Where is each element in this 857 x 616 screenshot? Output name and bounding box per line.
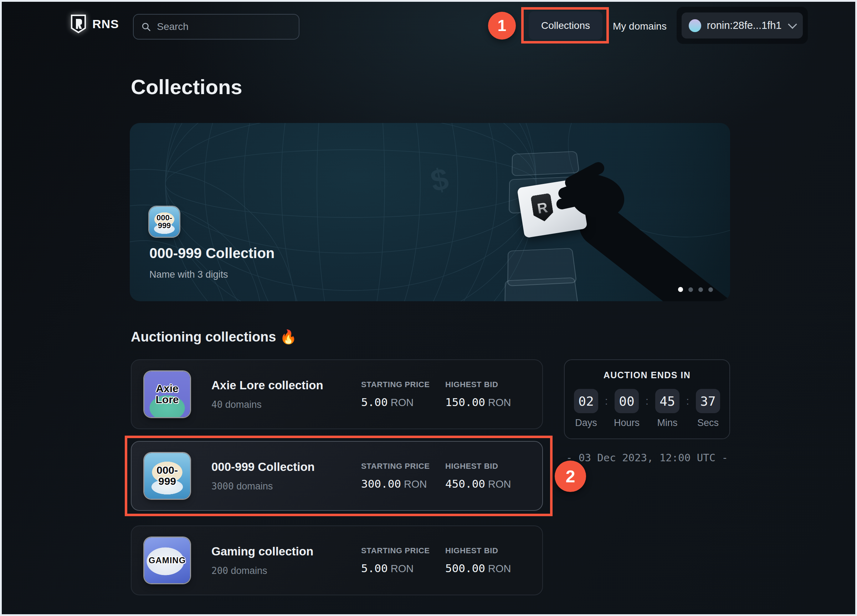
ronin-logo-icon (70, 15, 87, 33)
timer-separator: : (598, 389, 614, 413)
hero-banner[interactable]: $ R 000- 999 000-999 Collection Name wit… (130, 123, 730, 301)
icon-text: 999 (158, 222, 171, 229)
starting-price-column: STARTING PRICE 5.00 RON (361, 546, 445, 575)
countdown-hours-value: 00 (614, 389, 639, 413)
nav-collections-label: Collections (541, 20, 590, 31)
countdown-timer: 02 Days : 00 Hours : 45 Mins : 37 Secs (574, 389, 720, 429)
countdown-mins: 45 Mins (655, 389, 679, 429)
collection-000-999-icon: 000- 999 (144, 453, 190, 499)
annotation-step-2-number: 2 (566, 467, 575, 486)
nav-collections-button[interactable]: Collections (529, 11, 602, 40)
price-currency: RON (485, 563, 511, 574)
countdown-days: 02 Days (574, 389, 598, 429)
annotation-step-1: 1 (488, 12, 516, 40)
price-amount: 500.00 (445, 562, 485, 575)
starting-price-column: STARTING PRICE 300.00 RON (361, 462, 445, 490)
domains-suffix: domains (234, 481, 273, 492)
section-title-text: Auctioning collections (131, 330, 276, 344)
price-currency: RON (401, 478, 427, 490)
hero-meta: 000- 999 000-999 Collection Name with 3 … (149, 207, 274, 280)
highest-bid-column: HIGHEST BID 150.00 RON (445, 380, 529, 409)
collection-card-000-999[interactable]: 000- 999 000-999 Collection 3000 domains… (131, 441, 543, 511)
starting-price-value: 5.00 RON (361, 396, 445, 409)
auction-panel-title: AUCTION ENDS IN (603, 370, 691, 380)
carousel-dot-3[interactable] (698, 287, 703, 292)
gaming-collection-icon: GAMING (144, 537, 190, 583)
app-window: RNS Collections My domains ronin:28fe...… (0, 0, 857, 616)
section-title: Auctioning collections 🔥 (131, 329, 297, 345)
nav-my-domains-label: My domains (613, 21, 667, 32)
domains-count: 200 (211, 565, 228, 576)
icon-text: 999 (158, 476, 176, 487)
highest-bid-column: HIGHEST BID 450.00 RON (445, 462, 529, 490)
collection-name: 000-999 Collection (211, 460, 361, 474)
collection-000-999-icon: 000- 999 (149, 207, 179, 237)
price-currency: RON (485, 478, 511, 490)
card-info: 000-999 Collection 3000 domains (211, 460, 361, 492)
icon-text: GAMING (149, 556, 186, 565)
search-icon (142, 22, 150, 32)
collection-name: Axie Lore collection (211, 379, 361, 392)
highest-bid-column: HIGHEST BID 500.00 RON (445, 546, 529, 575)
countdown-mins-value: 45 (655, 389, 679, 413)
price-amount: 150.00 (445, 396, 485, 409)
icon-text: Axie (156, 383, 178, 394)
wallet-chip[interactable]: ronin:28fe...1fh1 (682, 12, 803, 39)
price-amount: 5.00 (361, 396, 388, 409)
collection-card-gaming[interactable]: GAMING Gaming collection 200 domains STA… (131, 525, 543, 595)
price-currency: RON (485, 397, 511, 408)
price-currency: RON (388, 563, 414, 574)
highest-bid-value: 500.00 RON (445, 562, 529, 575)
fire-emoji-icon: 🔥 (280, 330, 297, 344)
starting-price-value: 5.00 RON (361, 562, 445, 575)
highest-bid-label: HIGHEST BID (445, 462, 529, 471)
ghost-card-decoration (512, 151, 579, 176)
countdown-secs: 37 Secs (696, 389, 720, 429)
collection-domains: 3000 domains (211, 481, 361, 492)
highest-bid-label: HIGHEST BID (445, 546, 529, 556)
countdown-days-value: 02 (574, 389, 598, 413)
starting-price-label: STARTING PRICE (361, 380, 445, 389)
ghost-card-decoration (504, 277, 579, 301)
price-amount: 5.00 (361, 562, 388, 575)
price-currency: RON (388, 397, 414, 408)
domains-count: 3000 (211, 481, 234, 492)
auction-countdown-panel: AUCTION ENDS IN 02 Days : 00 Hours : 45 … (564, 359, 730, 439)
carousel-dot-4[interactable] (708, 287, 713, 292)
timer-separator: : (639, 389, 655, 413)
collection-name: Gaming collection (211, 545, 361, 558)
highest-bid-label: HIGHEST BID (445, 380, 529, 389)
hero-collection-title: 000-999 Collection (149, 245, 274, 261)
search-input[interactable] (156, 21, 291, 33)
countdown-secs-value: 37 (696, 389, 720, 413)
carousel-dot-2[interactable] (688, 287, 693, 292)
axie-lore-collection-icon: Axie Lore (144, 371, 190, 417)
timer-separator: : (679, 389, 696, 413)
wallet-address: ronin:28fe...1fh1 (707, 20, 782, 31)
countdown-hours: 00 Hours (614, 389, 639, 429)
nav-my-domains[interactable]: My domains (613, 21, 667, 32)
brand: RNS (70, 15, 119, 33)
annotation-step-1-number: 1 (498, 17, 506, 34)
countdown-secs-label: Secs (697, 418, 719, 429)
domains-count: 40 (211, 399, 223, 410)
highest-bid-value: 150.00 RON (445, 396, 529, 409)
carousel-dots (678, 287, 713, 292)
starting-price-label: STARTING PRICE (361, 462, 445, 471)
search-box[interactable] (133, 14, 299, 40)
collection-card-axie-lore[interactable]: Axie Lore Axie Lore collection 40 domain… (131, 359, 543, 429)
countdown-days-label: Days (575, 418, 597, 429)
domains-suffix: domains (228, 565, 268, 576)
countdown-mins-label: Mins (657, 418, 678, 429)
chevron-down-icon (788, 20, 797, 28)
carousel-dot-1[interactable] (678, 287, 683, 292)
card-info: Gaming collection 200 domains (211, 545, 361, 576)
icon-text: Lore (155, 394, 179, 406)
price-amount: 450.00 (445, 477, 485, 490)
wallet-avatar (689, 19, 701, 32)
collection-domains: 40 domains (211, 399, 361, 410)
brand-name: RNS (92, 17, 119, 31)
ronin-shield-icon: R (531, 193, 554, 223)
icon-text: 000- (156, 465, 178, 476)
page-title: Collections (131, 75, 243, 99)
